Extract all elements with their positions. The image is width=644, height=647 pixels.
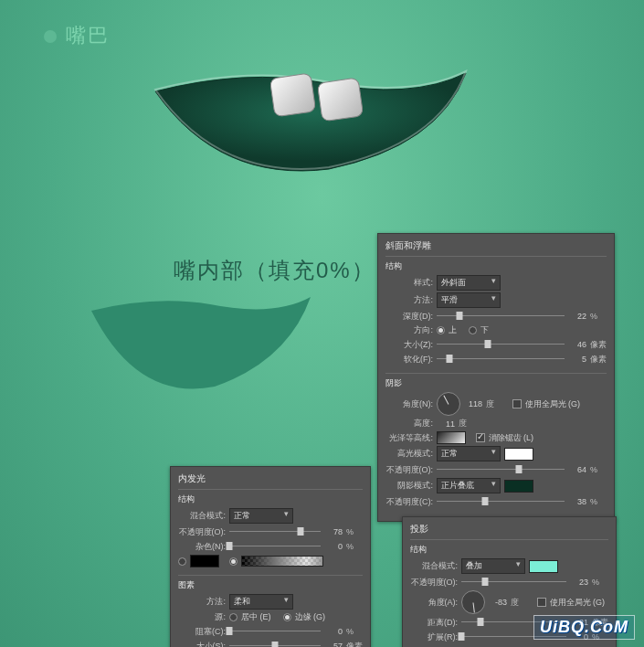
page-title: 嘴巴 xyxy=(44,22,110,49)
label: 角度(N): xyxy=(385,398,433,410)
value: 0 xyxy=(324,542,343,551)
value: 11 xyxy=(437,419,455,429)
label: 大小(S): xyxy=(178,641,226,648)
technique-dropdown[interactable]: 平滑 xyxy=(437,292,501,308)
label: 方法: xyxy=(178,596,226,608)
value: 22 xyxy=(568,312,586,321)
section-title: 结构 xyxy=(410,544,608,556)
noise-slider[interactable] xyxy=(229,540,321,553)
shadow-opacity-slider[interactable] xyxy=(437,495,565,508)
gradient-radio[interactable] xyxy=(229,557,238,566)
angle-dial[interactable] xyxy=(461,590,485,614)
gradient-picker[interactable] xyxy=(241,556,323,567)
size-slider[interactable] xyxy=(437,338,565,351)
source-center-radio[interactable] xyxy=(229,613,238,621)
dir-up-radio[interactable] xyxy=(437,326,445,334)
opacity-slider[interactable] xyxy=(461,576,566,589)
soften-slider[interactable] xyxy=(437,353,565,366)
antialias-checkbox[interactable] xyxy=(476,433,485,442)
section-title: 图素 xyxy=(178,579,363,591)
source-edge-radio[interactable] xyxy=(283,613,291,621)
value: 78 xyxy=(324,527,343,536)
shadow-color-swatch[interactable] xyxy=(504,480,533,493)
value: 64 xyxy=(568,465,586,474)
label: 高度: xyxy=(385,418,433,430)
svg-rect-1 xyxy=(317,78,363,122)
label: 方法: xyxy=(385,294,433,306)
label: 方向: xyxy=(385,324,433,336)
inner-glow-panel: 内发光 结构 混合模式:正常 不透明度(O):78% 杂色(N):0% 图素 方… xyxy=(170,466,371,647)
label: 混合模式: xyxy=(178,510,226,522)
label: 不透明度(O): xyxy=(410,577,458,589)
blend-mode-dropdown[interactable]: 正常 xyxy=(229,508,293,524)
bullet-icon xyxy=(44,30,57,43)
highlight-color-swatch[interactable] xyxy=(504,448,533,461)
label: 不透明度(C): xyxy=(385,496,433,508)
choke-slider[interactable] xyxy=(229,625,321,638)
label: 光泽等高线: xyxy=(385,432,433,444)
title-text: 嘴巴 xyxy=(66,24,110,47)
value: 23 xyxy=(570,578,588,587)
mouth-illustration xyxy=(137,64,484,183)
shadow-color-swatch[interactable] xyxy=(529,560,558,573)
label: 阻塞(C): xyxy=(178,626,226,638)
label: 大小(Z): xyxy=(385,339,433,351)
label: 混合模式: xyxy=(410,560,458,572)
depth-slider[interactable] xyxy=(437,310,565,323)
panel-header: 斜面和浮雕 xyxy=(385,239,607,252)
label: 软化(F): xyxy=(385,354,433,366)
label: 角度(A): xyxy=(410,597,458,609)
label: 高光模式: xyxy=(385,448,433,460)
mouth-inner-shape xyxy=(82,288,320,407)
label: 样式: xyxy=(385,277,433,289)
label: 不透明度(O): xyxy=(385,464,433,476)
technique-dropdown[interactable]: 柔和 xyxy=(229,594,293,610)
label: 阴影模式: xyxy=(385,480,433,492)
opacity-slider[interactable] xyxy=(229,525,321,538)
style-dropdown[interactable]: 外斜面 xyxy=(437,275,501,291)
label: 不透明度(O): xyxy=(178,526,226,538)
value: 118 xyxy=(464,399,482,408)
label: 深度(D): xyxy=(385,311,433,323)
panel-header: 内发光 xyxy=(178,472,363,485)
global-light-checkbox[interactable] xyxy=(537,598,546,607)
value: 5 xyxy=(568,355,586,364)
section-title: 结构 xyxy=(385,260,607,272)
blend-mode-dropdown[interactable]: 叠加 xyxy=(461,558,525,574)
panel-header: 投影 xyxy=(410,523,608,536)
highlight-mode-dropdown[interactable]: 正常 xyxy=(437,446,501,461)
shadow-mode-dropdown[interactable]: 正片叠底 xyxy=(437,478,501,493)
value: 46 xyxy=(568,340,586,349)
color-swatch[interactable] xyxy=(190,555,219,567)
value: -83 xyxy=(489,598,507,607)
caption-label: 嘴内部（填充0%） xyxy=(174,256,375,285)
color-radio[interactable] xyxy=(178,557,186,566)
value: 38 xyxy=(568,497,586,506)
section-title: 阴影 xyxy=(385,377,607,389)
label: 距离(D): xyxy=(410,617,458,629)
label: 杂色(N): xyxy=(178,541,226,553)
svg-rect-0 xyxy=(269,73,315,117)
section-title: 结构 xyxy=(178,493,363,505)
highlight-opacity-slider[interactable] xyxy=(437,463,565,476)
label: 源: xyxy=(178,611,226,623)
angle-dial[interactable] xyxy=(437,392,460,416)
bevel-emboss-panel: 斜面和浮雕 结构 样式:外斜面 方法:平滑 深度(D):22% 方向:上 下 大… xyxy=(377,233,615,522)
gloss-contour-picker[interactable] xyxy=(437,431,466,444)
watermark: UiBQ.CoM xyxy=(533,615,635,640)
value: 57 xyxy=(324,642,343,647)
global-light-checkbox[interactable] xyxy=(512,399,522,408)
value: 0 xyxy=(324,627,343,636)
dir-down-radio[interactable] xyxy=(469,326,477,334)
size-slider[interactable] xyxy=(229,640,321,647)
label: 扩展(R): xyxy=(410,631,458,643)
